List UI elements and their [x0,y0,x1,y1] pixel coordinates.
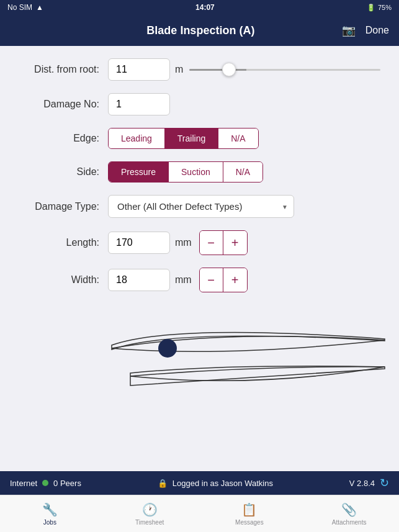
side-suction-button[interactable]: Suction [169,162,223,182]
nav-bar: Blade Inspection (A) 📷 Done [0,15,399,46]
width-input[interactable] [108,269,170,291]
damage-type-row: Damage Type: Other (All Other Defect Typ… [19,195,380,218]
battery-icon: 🔋 [367,4,375,12]
camera-button[interactable]: 📷 [342,24,356,37]
side-row: Side: Pressure Suction N/A [19,161,380,183]
tab-jobs[interactable]: 🔧 Jobs [0,495,100,532]
carrier-label: No SIM [7,3,32,12]
damage-no-input[interactable] [108,93,170,115]
messages-label: Messages [235,519,264,526]
edge-label: Edge: [19,133,99,144]
blade-svg [99,305,397,417]
dist-unit: m [175,64,183,75]
status-right: 🔋 75% [367,4,392,12]
connection-dot [42,480,48,486]
edge-row: Edge: Leading Trailing N/A [19,128,380,149]
side-na-button[interactable]: N/A [223,162,262,182]
blade-diagram [99,305,380,417]
peers-label: 0 Peers [53,479,81,488]
tab-messages[interactable]: 📋 Messages [200,495,300,532]
wifi-icon: ▲ [36,3,43,12]
dist-from-root-input[interactable] [108,58,170,81]
width-stepper: − + [199,268,248,292]
length-label: Length: [19,237,99,248]
login-status: 🔒 Logged in as Jason Watkins [158,479,273,488]
side-pressure-button[interactable]: Pressure [109,162,169,182]
page-title: Blade Inspection (A) [146,24,254,37]
side-label: Side: [19,166,99,178]
length-decrement-button[interactable]: − [200,231,223,255]
length-stepper: − + [199,230,248,255]
tab-timesheet[interactable]: 🕐 Timesheet [100,495,200,532]
jobs-icon: 🔧 [42,502,58,517]
length-increment-button[interactable]: + [223,231,247,255]
messages-icon: 📋 [241,502,257,517]
status-bar: No SIM ▲ 14:07 🔋 75% [0,0,399,15]
lock-icon: 🔒 [158,479,168,488]
refresh-icon[interactable]: ↻ [380,476,389,490]
edge-trailing-button[interactable]: Trailing [165,128,218,148]
time-label: 14:07 [195,3,215,12]
nav-actions: 📷 Done [342,24,389,37]
width-row: Width: mm − + [19,268,380,292]
dist-from-root-label: Dist. from root: [19,64,99,75]
width-unit: mm [175,274,192,286]
edge-na-button[interactable]: N/A [218,128,258,148]
dist-slider[interactable] [189,69,380,71]
edge-segmented-control: Leading Trailing N/A [108,128,259,149]
width-label: Width: [19,274,99,286]
damage-marker[interactable] [158,339,177,358]
damage-no-row: Damage No: [19,93,380,115]
damage-type-select[interactable]: Other (All Other Defect Types) Crack Ero… [108,195,294,218]
main-content: Dist. from root: m Damage No: Edge: Lead… [0,46,399,471]
version-label: V 2.8.4 [349,479,375,488]
battery-label: 75% [378,4,392,11]
attachments-label: Attachments [332,519,367,526]
jobs-label: Jobs [43,519,56,526]
damage-type-label: Damage Type: [19,201,99,212]
internet-label: Internet [10,479,37,488]
attachments-icon: 📎 [341,502,357,517]
status-left: No SIM ▲ [7,3,43,12]
width-decrement-button[interactable]: − [200,268,223,292]
length-row: Length: mm − + [19,230,380,255]
dist-from-root-row: Dist. from root: m [19,58,380,81]
length-unit: mm [175,237,192,248]
logged-in-label: Logged in as Jason Watkins [173,479,273,488]
done-button[interactable]: Done [365,25,389,36]
timesheet-label: Timesheet [135,519,164,526]
damage-type-dropdown-wrapper: Other (All Other Defect Types) Crack Ero… [108,195,294,218]
side-segmented-control: Pressure Suction N/A [108,161,263,183]
timesheet-icon: 🕐 [142,502,158,517]
edge-leading-button[interactable]: Leading [109,128,165,148]
damage-no-label: Damage No: [19,99,99,110]
tab-bar: 🔧 Jobs 🕐 Timesheet 📋 Messages 📎 Attachme… [0,495,399,532]
dist-slider-container [189,69,380,71]
length-input[interactable] [108,232,170,254]
internet-status: Internet 0 Peers [10,479,81,488]
tab-attachments[interactable]: 📎 Attachments [299,495,399,532]
bottom-status-bar: Internet 0 Peers 🔒 Logged in as Jason Wa… [0,471,399,495]
width-increment-button[interactable]: + [223,268,247,292]
version-section: V 2.8.4 ↻ [349,476,389,490]
